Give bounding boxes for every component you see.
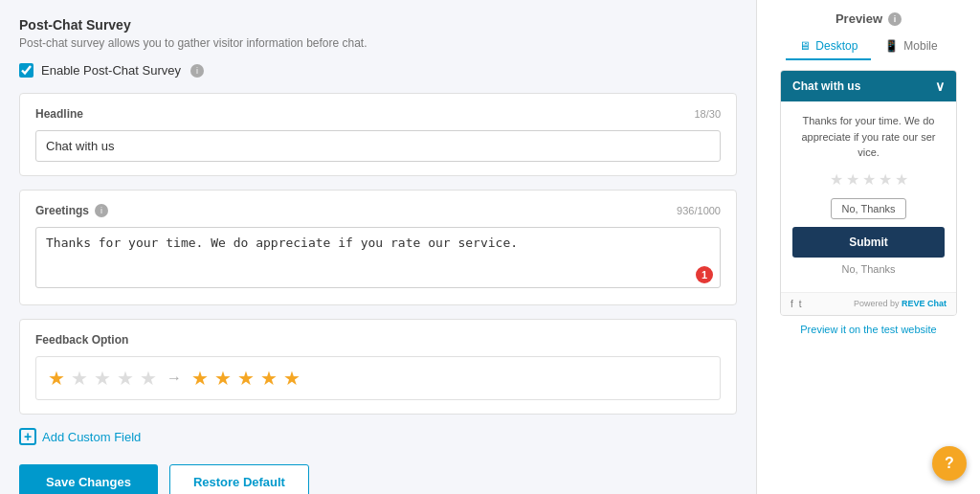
facebook-icon[interactable]: f (791, 299, 793, 309)
left-panel: Post-Chat Survey Post-chat survey allows… (0, 0, 756, 494)
feedback-label: Feedback Option (35, 333, 721, 347)
add-custom-field-row[interactable]: + Add Custom Field (19, 428, 737, 445)
stars-row: ★ ★ ★ ★ ★ → ★ ★ ★ ★ ★ (35, 356, 721, 400)
widget-no-thanks-button[interactable]: No, Thanks (831, 198, 905, 219)
star-2[interactable]: ★ (71, 367, 88, 390)
brand-name: REVE Chat (902, 299, 947, 308)
enable-info-icon[interactable]: i (190, 64, 204, 78)
preview-link[interactable]: Preview it on the test website (800, 324, 936, 335)
help-button[interactable]: ? (932, 446, 967, 481)
widget-thanks-text: Thanks for your time. We do appreciate i… (792, 113, 945, 161)
page-description: Post-chat survey allows you to gather vi… (19, 36, 737, 50)
headline-input[interactable] (35, 130, 721, 162)
w-star-5[interactable]: ★ (895, 170, 908, 189)
headline-header: Headline 18/30 (35, 107, 721, 121)
powered-by: Powered by REVE Chat (854, 299, 947, 308)
widget-body: Thanks for your time. We do appreciate i… (781, 101, 956, 292)
widget-stars: ★ ★ ★ ★ ★ (792, 170, 945, 189)
tab-desktop-label: Desktop (815, 39, 858, 53)
preview-star-2: ★ (214, 367, 232, 390)
greetings-textarea[interactable]: Thanks for your time. We do appreciate i… (35, 227, 721, 288)
greetings-header-left: Greetings i (35, 204, 108, 217)
preview-title: Preview i (835, 11, 902, 26)
right-panel: Preview i 🖥 Desktop 📱 Mobile Chat with u… (756, 0, 980, 494)
preview-tabs: 🖥 Desktop 📱 Mobile (768, 34, 969, 60)
mobile-icon: 📱 (884, 39, 899, 53)
w-star-4[interactable]: ★ (879, 170, 892, 189)
preview-star-1: ★ (191, 367, 209, 390)
preview-star-3: ★ (237, 367, 255, 390)
widget-submit-button[interactable]: Submit (792, 227, 945, 258)
add-field-icon: + (19, 428, 36, 445)
button-row: Save Changes Restore Default (19, 464, 737, 494)
greetings-counter: 936/1000 (677, 205, 721, 216)
enable-label: Enable Post-Chat Survey (41, 63, 181, 78)
greetings-error-badge: 1 (696, 266, 713, 283)
w-star-3[interactable]: ★ (862, 170, 876, 189)
headline-card: Headline 18/30 (19, 93, 737, 176)
widget-chevron-icon: ∨ (935, 79, 945, 94)
w-star-2[interactable]: ★ (846, 170, 859, 189)
social-icons: f t (791, 299, 802, 309)
enable-row: Enable Post-Chat Survey i (19, 63, 737, 78)
widget-footer: f t Powered by REVE Chat (781, 292, 956, 315)
page-title: Post-Chat Survey (19, 17, 737, 33)
feedback-section: Feedback Option ★ ★ ★ ★ ★ → ★ ★ ★ ★ ★ (19, 319, 737, 415)
desktop-icon: 🖥 (799, 39, 811, 53)
preview-info-icon[interactable]: i (888, 12, 902, 26)
w-star-1[interactable]: ★ (830, 170, 843, 189)
tab-desktop[interactable]: 🖥 Desktop (786, 34, 871, 60)
widget-preview: Chat with us ∨ Thanks for your time. We … (780, 70, 957, 316)
greetings-info-icon[interactable]: i (95, 204, 108, 217)
star-1[interactable]: ★ (48, 367, 65, 390)
help-icon: ? (945, 455, 954, 472)
preview-star-4: ★ (260, 367, 278, 390)
greetings-label: Greetings (35, 204, 89, 217)
greetings-card: Greetings i 936/1000 Thanks for your tim… (19, 190, 737, 305)
save-button[interactable]: Save Changes (19, 464, 158, 494)
tab-mobile-label: Mobile (903, 39, 937, 53)
headline-label: Headline (35, 107, 83, 121)
arrow-icon: → (167, 370, 182, 387)
enable-post-chat-checkbox[interactable] (19, 63, 33, 78)
widget-no-thanks-row: No, Thanks (792, 198, 945, 219)
headline-counter: 18/30 (694, 108, 721, 120)
twitter-icon[interactable]: t (799, 299, 802, 309)
widget-bottom-no: No, Thanks (792, 263, 945, 275)
greetings-header: Greetings i 936/1000 (35, 204, 721, 217)
star-3[interactable]: ★ (94, 367, 111, 390)
widget-header: Chat with us ∨ (781, 71, 956, 101)
widget-header-text: Chat with us (792, 79, 860, 93)
preview-star-5: ★ (283, 367, 301, 390)
tab-mobile[interactable]: 📱 Mobile (871, 34, 950, 60)
star-5[interactable]: ★ (140, 367, 157, 390)
greetings-textarea-wrap: Thanks for your time. We do appreciate i… (35, 227, 721, 291)
add-field-label: Add Custom Field (42, 430, 141, 444)
restore-button[interactable]: Restore Default (169, 464, 309, 494)
star-4[interactable]: ★ (117, 367, 134, 390)
